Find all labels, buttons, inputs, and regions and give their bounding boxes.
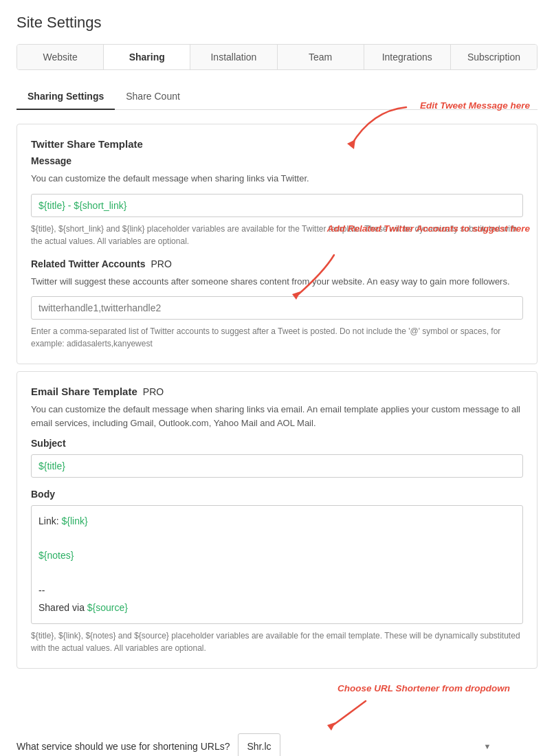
subject-label: Subject [31, 438, 523, 449]
twitter-section: Edit Tweet Message here Twitter Share Te… [16, 124, 538, 364]
body-link-var: ${link} [61, 515, 87, 526]
top-nav-tabs: Website Sharing Installation Team Integr… [16, 44, 538, 70]
body-label: Body [31, 489, 523, 500]
tab-team[interactable]: Team [278, 45, 364, 69]
message-label: Message [31, 155, 523, 166]
body-content[interactable]: Link: ${link} ${notes} -- Shared via ${s… [31, 505, 523, 624]
related-accounts-hint: Enter a comma-separated list of Twitter … [31, 325, 523, 350]
url-shortener-section: Choose URL Shortener from dropdown What … [16, 682, 538, 756]
email-section-pro-badge: PRO [143, 386, 164, 397]
related-accounts-pro-badge: PRO [151, 258, 171, 269]
tab-installation[interactable]: Installation [190, 45, 277, 69]
tab-website[interactable]: Website [17, 45, 104, 69]
related-accounts-annotation: Add Related Twitter Accounts to suggest … [241, 223, 530, 234]
email-section-title-row: Email Share Template PRO [31, 386, 523, 397]
sub-tab-share-count[interactable]: Share Count [115, 84, 191, 110]
url-shortener-row: What service should we use for shortenin… [16, 724, 538, 756]
page-title: Site Settings [16, 14, 538, 32]
email-section-title: Email Share Template [31, 386, 137, 397]
url-shortener-select[interactable]: Shr.lc Bit.ly None [238, 733, 280, 756]
body-field-group: Body Link: ${link} ${notes} -- Shared vi… [31, 489, 523, 654]
email-section: Email Share Template PRO You can customi… [16, 371, 538, 669]
tab-sharing[interactable]: Sharing [104, 45, 190, 69]
related-accounts-label: Related Twitter Accounts [31, 258, 145, 269]
body-line1: Link: [38, 515, 61, 526]
body-separator: -- [38, 585, 45, 596]
related-accounts-group: Add Related Twitter Accounts to suggest … [31, 258, 523, 351]
twitter-section-title: Twitter Share Template [31, 138, 523, 150]
url-shortener-label: What service should we use for shortenin… [16, 741, 230, 752]
related-accounts-input[interactable] [31, 296, 523, 320]
url-shortener-select-wrapper: Shr.lc Bit.ly None [238, 733, 499, 756]
related-accounts-desc: Twitter will suggest these accounts afte… [31, 275, 523, 289]
twitter-message-input[interactable] [31, 194, 523, 217]
subject-input[interactable] [31, 454, 523, 478]
message-desc: You can customize the default message wh… [31, 172, 523, 186]
url-shortener-annotation: Choose URL Shortener from dropdown [337, 682, 510, 693]
edit-tweet-annotation: Edit Tweet Message here [420, 100, 530, 111]
body-hint: ${title}, ${link}, ${notes} and ${source… [31, 630, 523, 654]
subject-field-group: Subject [31, 438, 523, 478]
body-shared-via: Shared via [38, 602, 87, 613]
body-notes-var: ${notes} [38, 550, 74, 561]
tab-subscription[interactable]: Subscription [451, 45, 537, 69]
body-source-var: ${source} [87, 602, 128, 613]
email-section-desc: You can customize the default message wh… [31, 403, 523, 430]
sub-tab-sharing-settings[interactable]: Sharing Settings [16, 84, 115, 110]
tab-integrations[interactable]: Integrations [364, 45, 451, 69]
